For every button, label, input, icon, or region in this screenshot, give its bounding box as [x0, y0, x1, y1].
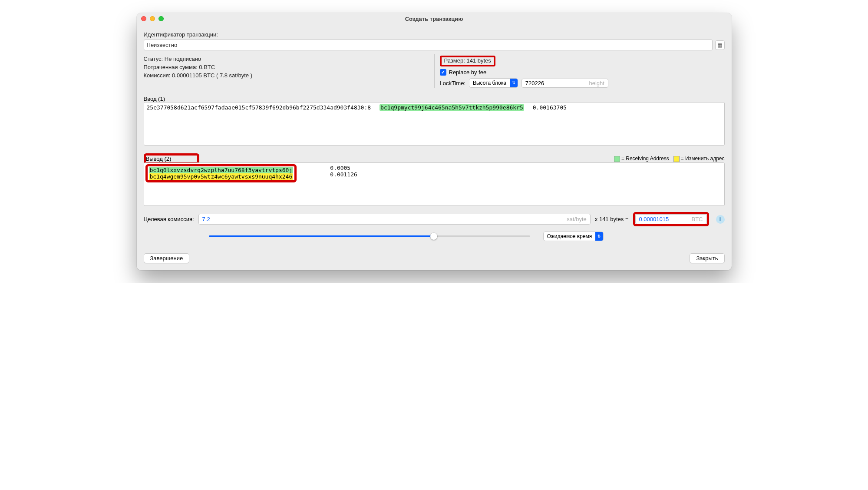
select-arrows-icon: ⇅ — [510, 79, 518, 87]
rbf-checkbox[interactable]: ✓ — [440, 69, 446, 76]
status-value: Не подписано — [165, 56, 201, 62]
target-fee-btc-highlight: 0.00001015 BTC — [633, 212, 709, 226]
info-left: Статус: Не подписано Потраченная сумма: … — [144, 54, 434, 88]
locktime-label: LockTime: — [440, 80, 465, 86]
size-value: 141 bytes — [466, 57, 491, 64]
locktime-value: 720226 — [525, 80, 544, 86]
outputs-label: Вывод (2) — [146, 156, 172, 162]
fee-label: Комиссия: — [144, 72, 171, 79]
size-label: Размер: — [444, 57, 465, 64]
content: Идентификатор транзакции: Неизвестно ▦ С… — [137, 25, 732, 270]
info-icon[interactable]: i — [716, 215, 725, 224]
inputs-list[interactable]: 25e377058d621acf6597fadaae015cf57839f692… — [144, 102, 725, 146]
rbf-row[interactable]: ✓ Replace by fee — [440, 69, 725, 76]
fee-value: 0.00001105 BTC ( 7.8 sat/byte ) — [172, 72, 252, 79]
locktime-select-label: Высота блока — [469, 79, 510, 87]
outputs-list[interactable]: bc1q0lxxvzsdvrq2wzplha7uu768f3yavtrvtps6… — [144, 162, 725, 206]
legend-change-label: = Изменить адрес — [681, 156, 725, 162]
transaction-window: Создать транзакцию Идентификатор транзак… — [137, 13, 732, 270]
target-fee-btc-unit: BTC — [692, 216, 703, 222]
output-address-change: bc1q4wgem95vp0v5wtz4wc6yawtvsxs9nuuq4hx2… — [149, 173, 294, 180]
expected-time-label: Ожидаемое время — [544, 232, 596, 240]
target-fee-btc-input[interactable]: 0.00001015 BTC — [635, 214, 707, 224]
status-line: Статус: Не подписано — [144, 56, 434, 62]
input-prevout: 25e377058d621acf6597fadaae015cf57839f692… — [147, 104, 371, 111]
output-amount: 0.0005 — [330, 165, 357, 171]
input-row: 25e377058d621acf6597fadaae015cf57839f692… — [147, 104, 722, 111]
inputs-label: Ввод (1) — [144, 96, 725, 102]
slider-fill — [209, 235, 434, 237]
locktime-unit: height — [589, 80, 604, 86]
select-arrows-icon: ⇅ — [595, 232, 603, 241]
legend-change-color-icon — [673, 156, 680, 162]
target-fee-rate-input[interactable]: 7.2 sat/byte — [198, 214, 591, 225]
finish-button[interactable]: Завершение — [144, 253, 190, 263]
size-highlight: Размер: 141 bytes — [440, 56, 495, 66]
traffic-lights — [141, 16, 164, 21]
outputs-addr-highlight: bc1q0lxxvzsdvrq2wzplha7uu768f3yavtrvtps6… — [145, 164, 297, 182]
minimize-window-icon[interactable] — [150, 16, 155, 21]
input-amount: 0.00163705 — [533, 104, 567, 111]
window-title: Создать транзакцию — [137, 16, 732, 22]
outputs-legend: = Receiving Address = Изменить адрес — [614, 156, 725, 162]
target-fee-label: Целевая комиссия: — [144, 216, 194, 222]
input-address: bc1q9pmyct99j64c465na5h5v7ttkzh5p990e86k… — [380, 104, 524, 111]
spent-line: Потраченная сумма: 0.BTC — [144, 64, 434, 70]
slider-thumb[interactable] — [430, 233, 437, 240]
output-amount: 0.001126 — [330, 171, 357, 178]
target-fee-mult: x 141 bytes = — [595, 216, 629, 222]
txid-field[interactable]: Неизвестно — [144, 40, 713, 50]
expected-time-select[interactable]: Ожидаемое время ⇅ — [543, 232, 604, 241]
titlebar: Создать транзакцию — [137, 13, 732, 25]
spent-label: Потраченная сумма: — [144, 64, 198, 70]
qr-icon: ▦ — [717, 42, 722, 48]
locktime-input[interactable]: 720226 height — [521, 79, 608, 88]
output-address-recv: bc1q0lxxvzsdvrq2wzplha7uu768f3yavtrvtps6… — [149, 167, 294, 173]
qr-button[interactable]: ▦ — [715, 40, 725, 50]
fee-slider[interactable] — [209, 232, 530, 240]
close-window-icon[interactable] — [141, 16, 146, 21]
txid-label: Идентификатор транзакции: — [144, 31, 725, 38]
target-fee-btc-value: 0.00001015 — [639, 216, 669, 222]
locktime-select[interactable]: Высота блока ⇅ — [469, 78, 518, 88]
legend-receiving-label: = Receiving Address — [621, 156, 669, 162]
target-fee-rate-value: 7.2 — [202, 216, 210, 222]
status-label: Статус: — [144, 56, 163, 62]
fee-line: Комиссия: 0.00001105 BTC ( 7.8 sat/byte … — [144, 72, 434, 79]
spent-value: 0.BTC — [199, 64, 215, 70]
close-button[interactable]: Закрыть — [690, 253, 724, 263]
rbf-label: Replace by fee — [449, 69, 487, 76]
target-fee-rate-unit: sat/byte — [567, 216, 587, 222]
maximize-window-icon[interactable] — [158, 16, 164, 21]
legend-receiving-color-icon — [614, 156, 620, 162]
info-right: Размер: 141 bytes ✓ Replace by fee LockT… — [434, 54, 725, 88]
